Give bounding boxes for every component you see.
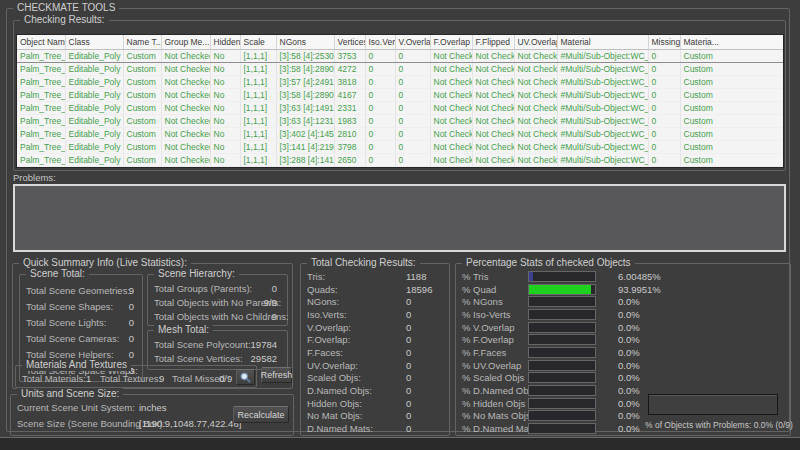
percentage-stats-groupbox: Percentage Stats of checked Objects % Tr… bbox=[455, 263, 791, 436]
table-cell bbox=[514, 167, 557, 169]
table-cell: Not Checked bbox=[430, 141, 472, 154]
table-cell: Custom bbox=[680, 128, 783, 141]
column-header[interactable]: Scale bbox=[240, 35, 276, 50]
table-row[interactable]: Palm_Tree_02Editable_PolyCustomNot Check… bbox=[17, 63, 783, 76]
table-cell: [1,1,1] bbox=[240, 89, 276, 102]
table-cell: 0 bbox=[648, 76, 680, 89]
table-row[interactable]: Palm_Tree_03Editable_PolyCustomNot Check… bbox=[17, 76, 783, 89]
table-row[interactable]: Palm_Tree_06Editable_PolyCustomNot Check… bbox=[17, 115, 783, 128]
stat-value: 0 bbox=[406, 385, 411, 396]
table-cell: Not Checked bbox=[472, 115, 514, 128]
stat-row: Tris:1188 bbox=[301, 271, 449, 284]
column-header[interactable]: Vertices bbox=[334, 35, 365, 50]
find-missing-textures-button[interactable] bbox=[236, 369, 255, 385]
table-cell: Not Checked bbox=[161, 50, 210, 63]
progress-bar-fill bbox=[529, 285, 591, 294]
column-header[interactable]: NGons bbox=[276, 35, 334, 50]
column-header[interactable]: Missing... bbox=[648, 35, 680, 50]
table-cell: [1,1,1] bbox=[240, 141, 276, 154]
table-cell: Editable_Poly bbox=[65, 63, 123, 76]
stat-row: F.Faces:0 bbox=[301, 347, 449, 360]
table-cell: [3]:141 [4]:2199 bbox=[276, 141, 334, 154]
table-cell: Custom bbox=[680, 115, 783, 128]
percentage-stat-label: % UV.Overlap bbox=[462, 360, 521, 371]
table-header-row: Object NameClassName T...Group Me...Hidd… bbox=[17, 35, 783, 50]
checking-results-legend: Checking Results: bbox=[20, 14, 109, 26]
stat-value: 0 bbox=[129, 301, 134, 312]
table-row[interactable]: Palm_Tree_04Editable_PolyCustomNot Check… bbox=[17, 89, 783, 102]
table-cell: Palm_Tree_02 bbox=[17, 63, 65, 76]
table-cell: Not Checked bbox=[161, 128, 210, 141]
table-cell: 0 bbox=[648, 115, 680, 128]
materials-textures-groupbox: Materials And Textures Total Materials: … bbox=[15, 365, 257, 388]
table-row[interactable]: Palm_Tree_07Editable_PolyCustomNot Check… bbox=[17, 128, 783, 141]
table-cell: 0 bbox=[395, 50, 430, 63]
table-cell: Custom bbox=[123, 76, 161, 89]
stat-value: 0 bbox=[406, 296, 411, 307]
column-header[interactable]: Class bbox=[65, 35, 123, 50]
stat-label: Total Scene Lights: bbox=[26, 317, 106, 328]
column-header[interactable]: Object Name bbox=[17, 35, 65, 50]
percentage-stat-value: 0.0% bbox=[618, 296, 640, 307]
stat-row: Total Scene Lights:0 bbox=[20, 317, 142, 330]
column-header[interactable]: V.Overlap bbox=[395, 35, 430, 50]
column-header[interactable]: Materia... bbox=[680, 35, 783, 50]
column-header[interactable]: F.Flipped bbox=[472, 35, 514, 50]
table-cell: Not Checked bbox=[472, 89, 514, 102]
stat-value: 9 bbox=[272, 311, 277, 322]
table-cell: [1,1,1] bbox=[240, 128, 276, 141]
table-row[interactable]: Palm_Tree_01Editable_PolyCustomNot Check… bbox=[17, 50, 783, 63]
percentage-stat-value: 0.0% bbox=[618, 360, 640, 371]
refresh-button[interactable]: Refresh bbox=[261, 367, 292, 383]
stat-label: Scaled Objs: bbox=[307, 372, 361, 383]
table-cell: 0 bbox=[365, 50, 395, 63]
stat-value: 9/9 bbox=[264, 297, 277, 308]
stat-value: 0 bbox=[406, 372, 411, 383]
table-cell: Palm_Tree_03 bbox=[17, 76, 65, 89]
stat-row: Hidden Objs:0 bbox=[301, 398, 449, 411]
column-header[interactable]: Name T... bbox=[123, 35, 161, 50]
table-cell: [3]:288 [4]:1415 bbox=[276, 154, 334, 167]
table-cell: [1,1,1] bbox=[240, 102, 276, 115]
percentage-stat-value: 6.00485% bbox=[618, 271, 661, 282]
column-header[interactable]: UV.Overlap bbox=[514, 35, 557, 50]
problems-listbox[interactable] bbox=[13, 184, 786, 252]
table-cell bbox=[123, 167, 161, 169]
table-cell: 4167 bbox=[334, 89, 365, 102]
stat-row: Total Objects with No Parents:9/9 bbox=[148, 297, 287, 310]
percentage-stat-row: % UV.Overlap0.0% bbox=[456, 360, 790, 372]
percentage-stat-label: % D.Named Objs bbox=[462, 385, 535, 396]
stat-value: 1188 bbox=[406, 271, 426, 282]
percentage-stat-value: 0.0% bbox=[618, 347, 640, 358]
stat-row: D.Named Mats:0 bbox=[301, 423, 449, 436]
column-header[interactable]: Iso.Verts bbox=[365, 35, 395, 50]
table-row[interactable]: Palm_Tree_08Editable_PolyCustomNot Check… bbox=[17, 141, 783, 154]
percentage-stat-value: 0.0% bbox=[618, 372, 640, 383]
progress-bar bbox=[528, 271, 596, 282]
table-cell: 0 bbox=[395, 128, 430, 141]
column-header[interactable]: Hidden? bbox=[210, 35, 240, 50]
stat-label: Total Objects with No Childrens: bbox=[154, 311, 289, 322]
checkmate-tools-panel: CHECKMATE TOOLS Checking Results: Object… bbox=[0, 0, 800, 438]
percentage-stat-label: % Tris bbox=[462, 271, 488, 282]
stat-label: Total Scene Geometries: bbox=[26, 285, 130, 296]
table-cell: Custom bbox=[680, 141, 783, 154]
table-cell: #Multi/Sub-Object:WC_... bbox=[557, 89, 648, 102]
column-header[interactable]: Group Me... bbox=[161, 35, 210, 50]
percentage-stat-value: 0.0% bbox=[618, 309, 640, 320]
table-row[interactable]: Palm_Tree_09Editable_PolyCustomNot Check… bbox=[17, 154, 783, 167]
recalculate-button[interactable]: Recalculate bbox=[233, 406, 289, 423]
table-cell: Not Checked bbox=[514, 128, 557, 141]
column-header[interactable]: Material bbox=[557, 35, 648, 50]
stat-row: Scaled Objs:0 bbox=[301, 372, 449, 385]
table-cell: 0 bbox=[648, 63, 680, 76]
table-cell: Palm_Tree_04 bbox=[17, 89, 65, 102]
stat-label: Total Scene Vertices: bbox=[154, 353, 243, 364]
progress-bar bbox=[528, 398, 596, 409]
table-cell: No bbox=[210, 76, 240, 89]
table-cell: Custom bbox=[680, 50, 783, 63]
progress-bar bbox=[528, 296, 596, 307]
table-cell: 0 bbox=[395, 63, 430, 76]
column-header[interactable]: F.Overlap bbox=[430, 35, 472, 50]
table-row[interactable]: Palm_Tree_05Editable_PolyCustomNot Check… bbox=[17, 102, 783, 115]
